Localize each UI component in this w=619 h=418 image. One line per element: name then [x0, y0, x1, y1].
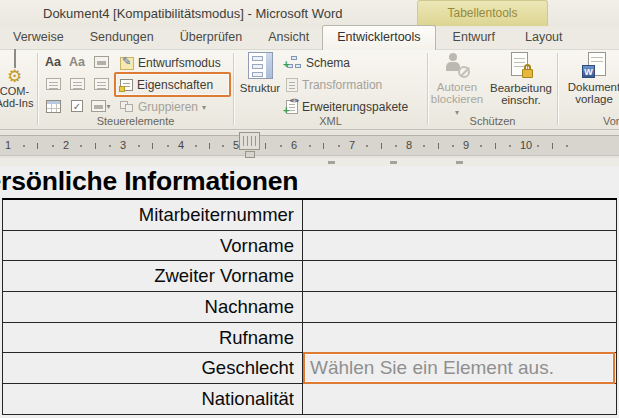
com-addins-button[interactable]: ⚙ COM- Add-Ins — [0, 50, 37, 109]
ruler-tick — [509, 145, 511, 147]
table-cell-value[interactable] — [303, 200, 617, 230]
structure-button[interactable]: Struktur — [237, 52, 283, 94]
table-row-label[interactable]: Vorname — [3, 231, 303, 261]
restrict-editing-lock-icon — [509, 52, 533, 79]
table-row: Mitarbeiternummer — [3, 200, 617, 231]
table-row-label[interactable]: Rufname — [3, 323, 303, 353]
group-com-addins: ⚙ COM- Add-Ins — [0, 50, 37, 129]
tab-sendungen[interactable]: Sendungen — [77, 26, 167, 49]
ruler-tick — [338, 145, 340, 147]
gender-dropdown-control[interactable]: Wählen Sie ein Element aus. — [303, 352, 615, 384]
document-template-button[interactable]: W Dokument vorlage — [566, 52, 619, 105]
tab-entwurf[interactable]: Entwurf — [440, 26, 508, 49]
plain-text-control-button[interactable]: Aa — [65, 52, 89, 72]
column-mark — [390, 161, 397, 164]
date-picker-button[interactable] — [41, 96, 65, 116]
ruler-tick — [323, 143, 324, 149]
dropdown-list-button[interactable] — [89, 74, 113, 94]
ruler-tick — [395, 145, 397, 147]
group-steuerelemente: Aa Aa ✓ ▾ ✎ Entwurfsmodus — [38, 50, 233, 129]
table-row-label[interactable]: Nachname — [3, 292, 303, 322]
table-cell-value[interactable] — [303, 323, 617, 353]
tab-layout[interactable]: Layout — [512, 26, 576, 49]
table-cell-value[interactable] — [303, 261, 617, 291]
table-cell-value[interactable] — [303, 384, 617, 414]
ruler-tick — [167, 145, 169, 147]
table-row: Rufname — [3, 323, 617, 354]
indent-marker[interactable] — [245, 151, 255, 158]
schema-button[interactable]: + Schema — [286, 52, 426, 74]
com-addin-window-icon — [14, 49, 16, 68]
date-picker-icon — [46, 100, 61, 113]
tab-ansicht[interactable]: Ansicht — [255, 26, 322, 49]
building-block-gallery-button[interactable] — [41, 74, 65, 94]
ribbon-tab-bar: VerweiseSendungenÜberprüfenAnsichtEntwic… — [0, 27, 619, 49]
table-cell-value[interactable] — [303, 231, 617, 261]
table-row: Nachname — [3, 292, 617, 323]
rich-text-control-button[interactable]: Aa — [41, 52, 65, 72]
checkbox-control-button[interactable]: ✓ — [65, 96, 89, 116]
table-cell-value[interactable] — [303, 292, 617, 322]
group-icon — [120, 101, 134, 113]
checkbox-control-icon: ✓ — [71, 100, 83, 112]
dropdown-list-icon — [94, 78, 109, 90]
ruler-area: 12345678910 — [0, 131, 619, 166]
expansion-packs-icon: +<> — [286, 100, 298, 114]
page-title[interactable]: Persönliche Informationen — [0, 166, 298, 197]
tab-entwicklertools[interactable]: Entwicklertools — [322, 25, 435, 50]
horizontal-ruler[interactable]: 12345678910 — [0, 135, 619, 156]
ruler-tick — [80, 145, 82, 147]
ruler-tick — [195, 145, 197, 147]
table-row-label[interactable]: Mitarbeiternummer — [3, 200, 303, 230]
legacy-tools-icon — [91, 100, 106, 112]
properties-button[interactable]: Eigenschaften — [118, 74, 230, 96]
ruler-number: 7 — [349, 139, 355, 151]
ruler-tick — [52, 145, 54, 147]
ruler-number: 1 — [5, 139, 11, 151]
table-row: Vorname — [3, 231, 617, 262]
ruler-tick — [138, 145, 140, 147]
design-mode-button[interactable]: ✎ Entwurfsmodus — [118, 52, 230, 74]
properties-icon — [120, 79, 133, 91]
block-authors-button: Autoren blockieren ▾ — [429, 52, 485, 117]
window-title: Dokument4 [Kompatibilitätsmodus] - Micro… — [43, 6, 343, 21]
table-cell-value[interactable]: Wählen Sie ein Element aus. — [303, 353, 617, 383]
table-row-label[interactable]: Geschlecht — [3, 353, 303, 383]
restrict-editing-button[interactable]: Bearbeitung einschr. — [488, 52, 554, 106]
document-page[interactable]: Persönliche Informationen Mitarbeiternum… — [0, 166, 619, 418]
tab-verweise[interactable]: Verweise — [0, 26, 77, 49]
word-window: Dokument4 [Kompatibilitätsmodus] - Micro… — [0, 0, 619, 418]
ruler-tick — [222, 145, 224, 147]
ruler-number: 9 — [463, 139, 469, 151]
transformation-icon — [286, 78, 298, 92]
ruler-tick — [265, 143, 266, 149]
ruler-tick — [381, 143, 382, 149]
com-addins-label-line2: Add-Ins — [0, 97, 37, 109]
table-column-marker-icon[interactable] — [239, 132, 260, 150]
gear-icon: ⚙ — [0, 68, 37, 85]
building-block-gallery-icon — [46, 78, 61, 90]
ruler-tick — [152, 143, 153, 149]
ruler-tick — [566, 145, 568, 147]
combo-box-button[interactable] — [65, 74, 89, 94]
legacy-tools-button[interactable]: ▾ — [89, 96, 113, 116]
tab-überprüfen[interactable]: Überprüfen — [167, 26, 256, 49]
ruler-tick — [209, 143, 210, 149]
form-table: MitarbeiternummerVornameZweiter VornameN… — [2, 198, 617, 415]
table-row-label[interactable]: Zweiter Vorname — [3, 261, 303, 291]
ribbon: ⚙ COM- Add-Ins Aa Aa ✓ — [0, 49, 619, 130]
table-row-label[interactable]: Nationalität — [3, 384, 303, 414]
picture-control-button[interactable] — [89, 52, 113, 72]
ruler-tick — [480, 145, 482, 147]
ruler-tick — [552, 143, 553, 149]
ruler-tick — [423, 145, 425, 147]
structure-pane-icon — [248, 52, 273, 79]
table-row: Zweiter Vorname — [3, 261, 617, 292]
transformation-button: Transformation — [286, 74, 426, 96]
design-mode-icon: ✎ — [120, 57, 134, 70]
ruler-tick — [37, 143, 38, 149]
ruler-number: 8 — [406, 139, 412, 151]
group-label-schuetzen: Schützen — [428, 115, 557, 127]
dropdown-arrow-icon: ▾ — [106, 102, 110, 111]
group-vorlagen: W Dokument vorlage Vorlagen — [558, 50, 619, 129]
